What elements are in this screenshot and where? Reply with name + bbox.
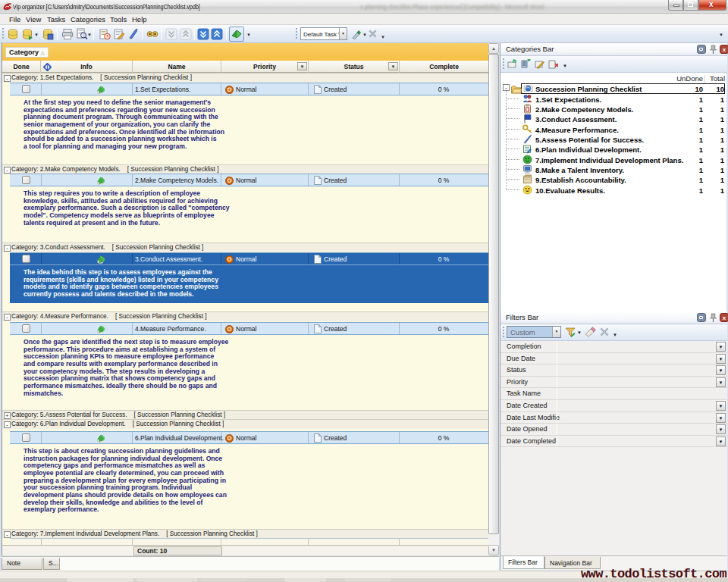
svg-text:i: i — [47, 64, 49, 70]
